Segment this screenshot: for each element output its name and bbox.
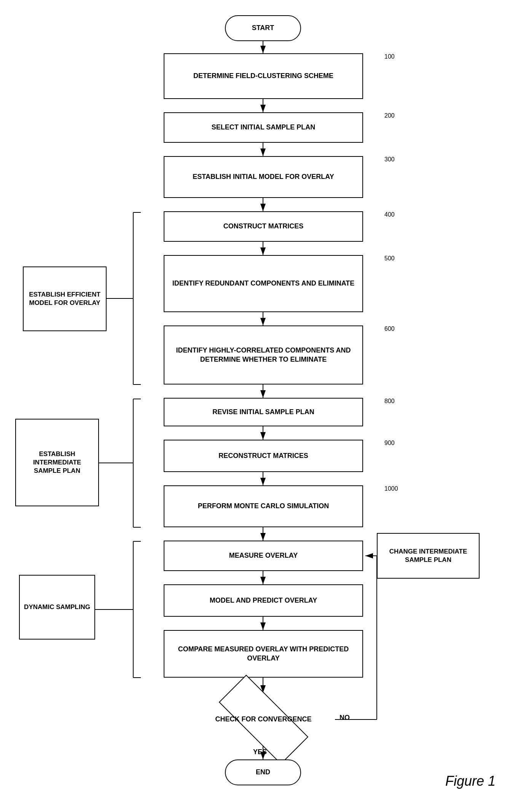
ref-800: 800 [384, 398, 395, 405]
step-measure: MEASURE OVERLAY [164, 541, 363, 571]
step-800: REVISE INITIAL SAMPLE PLAN [164, 398, 363, 426]
step-model: MODEL AND PREDICT OVERLAY [164, 584, 363, 617]
step-900: RECONSTRUCT MATRICES [164, 440, 363, 472]
ref-1000: 1000 [384, 485, 398, 492]
yes-label: YES [253, 748, 267, 756]
step-compare: COMPARE MEASURED OVERLAY WITH PREDICTED … [164, 630, 363, 678]
side-establish-efficient: ESTABLISH EFFICIENT MODEL FOR OVERLAY [23, 266, 107, 331]
ref-100: 100 [384, 53, 395, 60]
step-200: SELECT INITIAL SAMPLE PLAN [164, 112, 363, 143]
ref-300: 300 [384, 156, 395, 163]
ref-500: 500 [384, 255, 395, 262]
side-establish-intermediate: ESTABLISH INTERMEDIATE SAMPLE PLAN [15, 419, 99, 506]
step-500: IDENTIFY REDUNDANT COMPONENTS AND ELIMIN… [164, 255, 363, 312]
ref-400: 400 [384, 211, 395, 218]
flowchart-diagram: START 100 DETERMINE FIELD-CLUSTERING SCH… [0, 0, 526, 812]
change-intermediate-box: CHANGE INTERMEDIATE SAMPLE PLAN [377, 533, 480, 579]
ref-600: 600 [384, 325, 395, 332]
side-dynamic-sampling: DYNAMIC SAMPLING [19, 575, 95, 640]
ref-200: 200 [384, 112, 395, 119]
ref-900: 900 [384, 440, 395, 447]
step-100: DETERMINE FIELD-CLUSTERING SCHEME [164, 53, 363, 99]
step-convergence: CHECK FOR CONVERGENCE [202, 693, 325, 746]
step-400: CONSTRUCT MATRICES [164, 211, 363, 242]
end-node: END [225, 759, 301, 785]
start-node: START [225, 15, 301, 41]
no-label: NO [340, 714, 350, 722]
figure-label: Figure 1 [445, 773, 496, 789]
step-600: IDENTIFY HIGHLY-CORRELATED COMPONENTS AN… [164, 325, 363, 384]
step-1000: PERFORM MONTE CARLO SIMULATION [164, 485, 363, 527]
step-300: ESTABLISH INITIAL MODEL FOR OVERLAY [164, 156, 363, 198]
